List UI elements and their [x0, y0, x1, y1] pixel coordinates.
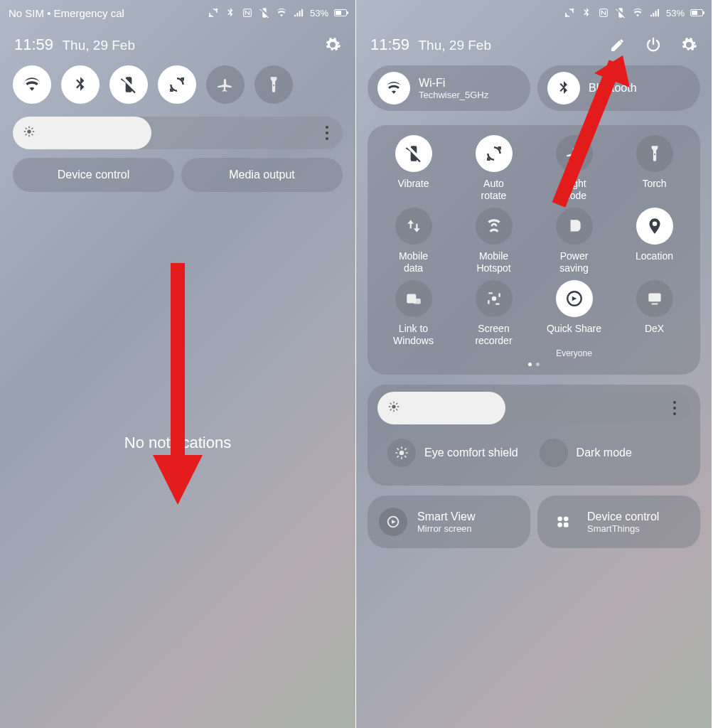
airplane-icon	[556, 135, 593, 172]
tile-label: Mobile data	[399, 250, 428, 274]
smart-view-title: Smart View	[417, 510, 476, 523]
qs-tile-quickshare[interactable]: Quick ShareEveryone	[535, 280, 613, 358]
media-output-button[interactable]: Media output	[181, 158, 343, 192]
sync-icon	[208, 7, 219, 18]
tile-label: DeX	[645, 323, 664, 347]
tile-sublabel: Everyone	[556, 348, 592, 358]
qs-bluetooth-toggle[interactable]	[61, 65, 100, 104]
eye-comfort-toggle[interactable]: Eye comfort shield	[387, 439, 518, 467]
nfc-icon	[598, 7, 609, 18]
qs-tile-location[interactable]: Location	[616, 208, 693, 274]
screenrec-icon	[476, 280, 513, 317]
smart-view-icon	[379, 508, 407, 536]
wifi-icon	[276, 7, 287, 18]
vibrate-icon	[395, 135, 432, 172]
arrow-down-annotation	[149, 263, 206, 505]
signal-icon	[649, 7, 660, 18]
qs-tile-powersave[interactable]: Power saving	[535, 208, 613, 274]
date[interactable]: Thu, 29 Feb	[63, 38, 135, 53]
powersave-icon	[556, 208, 593, 245]
smart-view-subtitle: Mirror screen	[417, 523, 476, 534]
qs-grid-card: VibrateAuto rotateFlight modeTorchMobile…	[368, 125, 700, 375]
battery-icon	[690, 9, 703, 16]
bluetooth-title: Bluetooth	[589, 82, 637, 95]
qs-sound-toggle[interactable]	[109, 65, 148, 104]
qs-tile-mobiledata[interactable]: Mobile data	[375, 208, 452, 274]
brightness-more-button[interactable]	[673, 401, 676, 415]
bluetooth-icon	[581, 7, 592, 18]
tile-label: Vibrate	[397, 178, 429, 202]
status-left: No SIM • Emergency cal	[9, 7, 124, 19]
torch-icon	[636, 135, 673, 172]
screen-notification-shade: No SIM • Emergency cal 53% 11:59 Thu, 29…	[0, 0, 356, 728]
device-control-title: Device control	[587, 510, 659, 523]
qs-tile-hotspot[interactable]: Mobile Hotspot	[455, 208, 532, 274]
qs-torch-toggle[interactable]	[254, 65, 293, 104]
clock[interactable]: 11:59	[14, 36, 53, 53]
brightness-slider[interactable]	[377, 392, 690, 424]
device-control-icon	[549, 508, 577, 536]
mobiledata-icon	[395, 208, 432, 245]
qs-wifi-toggle[interactable]	[13, 65, 51, 104]
bluetooth-icon	[547, 72, 580, 105]
nfc-icon	[242, 7, 253, 18]
tile-label: Screen recorder	[475, 323, 512, 347]
eye-comfort-label: Eye comfort shield	[424, 446, 518, 459]
wifi-title: Wi-Fi	[419, 77, 488, 90]
tile-label: Power saving	[559, 250, 588, 274]
sync-icon	[564, 7, 575, 18]
status-text: No SIM • Emergency cal	[9, 7, 124, 19]
brightness-card: Eye comfort shield Dark mode	[368, 385, 700, 486]
device-control-button[interactable]: Device controlSmartThings	[537, 496, 700, 548]
brightness-icon	[387, 400, 400, 416]
mute-icon	[615, 7, 626, 18]
power-button[interactable]	[645, 36, 662, 53]
qs-tile-torch[interactable]: Torch	[616, 135, 693, 202]
qs-tile-airplane[interactable]: Flight mode	[535, 135, 613, 202]
brightness-icon	[23, 125, 36, 141]
dark-mode-icon	[540, 439, 568, 467]
wifi-icon	[377, 72, 410, 105]
tile-label: Mobile Hotspot	[476, 250, 510, 274]
qs-tile-dex[interactable]: DeX	[616, 280, 693, 358]
dark-mode-toggle[interactable]: Dark mode	[540, 439, 632, 467]
hotspot-icon	[476, 208, 513, 245]
tile-label: Location	[636, 250, 673, 274]
bluetooth-tile[interactable]: Bluetooth	[537, 65, 700, 111]
brightness-slider[interactable]	[13, 117, 343, 149]
date[interactable]: Thu, 29 Feb	[419, 38, 491, 53]
qs-rotate-toggle[interactable]	[158, 65, 196, 104]
settings-button[interactable]	[324, 36, 341, 53]
signal-icon	[293, 7, 304, 18]
qs-tile-screenrec[interactable]: Screen recorder	[455, 280, 532, 358]
brightness-more-button[interactable]	[326, 126, 328, 140]
wifi-subtitle: Techwiser_5GHz	[419, 90, 488, 100]
panel-header: 11:59 Thu, 29 Feb	[0, 26, 355, 61]
tile-label: Auto rotate	[481, 178, 507, 202]
wifi-tile[interactable]: Wi-Fi Techwiser_5GHz	[368, 65, 530, 111]
qs-tile-vibrate[interactable]: Vibrate	[375, 135, 452, 202]
tile-label: Torch	[642, 178, 666, 202]
clock[interactable]: 11:59	[370, 36, 409, 53]
status-bar: 53%	[356, 0, 712, 26]
battery-text: 53%	[666, 8, 685, 18]
wifi-icon	[632, 7, 643, 18]
page-dots[interactable]	[375, 358, 693, 366]
smart-view-button[interactable]: Smart ViewMirror screen	[368, 496, 530, 548]
battery-text: 53%	[310, 8, 328, 18]
edit-button[interactable]	[609, 36, 626, 53]
qs-tile-link[interactable]: Link to Windows	[375, 280, 452, 358]
tile-label: Quick Share	[547, 323, 601, 347]
qs-tile-autorotate[interactable]: Auto rotate	[455, 135, 532, 202]
bluetooth-icon	[225, 7, 236, 18]
qs-airplane-toggle[interactable]	[206, 65, 245, 104]
quick-settings-row	[0, 61, 355, 112]
mute-icon	[259, 7, 270, 18]
device-control-subtitle: SmartThings	[587, 523, 659, 534]
settings-button[interactable]	[680, 36, 697, 53]
status-right: 53%	[208, 7, 347, 18]
device-control-button[interactable]: Device control	[13, 158, 174, 192]
dex-icon	[636, 280, 673, 317]
tile-label: Flight mode	[562, 178, 586, 202]
battery-icon	[334, 9, 347, 16]
